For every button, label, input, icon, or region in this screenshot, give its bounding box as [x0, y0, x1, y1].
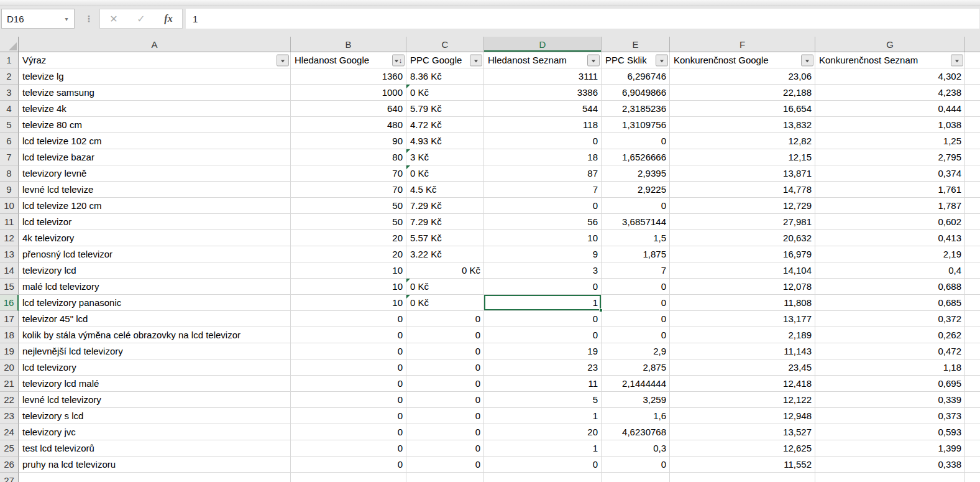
cell-G2[interactable]: 4,302 — [815, 68, 965, 85]
cell-H13[interactable] — [965, 246, 980, 262]
cell-A11[interactable]: lcd televizor — [19, 214, 291, 230]
cell-B5[interactable]: 480 — [291, 117, 406, 133]
row-header-20[interactable]: 20 — [0, 359, 19, 376]
cell-D15[interactable]: 0 — [484, 279, 602, 295]
cell-B26[interactable]: 0 — [291, 457, 406, 473]
column-header-D[interactable]: D — [484, 37, 602, 52]
cell-E7[interactable]: 1,6526666 — [602, 149, 670, 165]
select-all-button[interactable] — [0, 37, 19, 52]
cell-A23[interactable]: televizory s lcd — [19, 408, 291, 424]
cell-G12[interactable]: 0,413 — [815, 230, 965, 246]
cell-E3[interactable]: 6,9049866 — [602, 85, 670, 101]
cell-A22[interactable]: levné lcd televizory — [19, 392, 291, 408]
cell-D2[interactable]: 3111 — [484, 68, 602, 85]
cell-G10[interactable]: 1,787 — [815, 198, 965, 214]
cell-G9[interactable]: 1,761 — [815, 182, 965, 198]
row-header-18[interactable]: 18 — [0, 327, 19, 343]
cell-B12[interactable]: 20 — [291, 230, 406, 246]
column-header-B[interactable]: B — [291, 37, 406, 52]
cell-E27[interactable] — [602, 473, 670, 482]
cell-A20[interactable]: lcd televizory — [19, 359, 291, 376]
cell-B4[interactable]: 640 — [291, 101, 406, 117]
cell-E2[interactable]: 6,296746 — [602, 68, 670, 85]
row-header-27[interactable]: 27 — [0, 473, 19, 482]
cell-B18[interactable]: 0 — [291, 327, 406, 343]
cancel-icon[interactable]: ✕ — [109, 13, 117, 25]
cell-A10[interactable]: lcd televize 120 cm — [19, 198, 291, 214]
cell-B8[interactable]: 70 — [291, 165, 406, 182]
cell-G26[interactable]: 0,338 — [815, 457, 965, 473]
header-cell-B1[interactable]: Hledanost Google↓ — [291, 52, 406, 68]
cell-G15[interactable]: 0,688 — [815, 279, 965, 295]
cell-D20[interactable]: 23 — [484, 359, 602, 376]
cell-F27[interactable] — [670, 473, 815, 482]
cell-E9[interactable]: 2,9225 — [602, 182, 670, 198]
cell-E20[interactable]: 2,875 — [602, 359, 670, 376]
cell-E4[interactable]: 2,3185236 — [602, 101, 670, 117]
cell-C13[interactable]: 3.22 Kč — [406, 246, 484, 262]
cell-C27[interactable] — [406, 473, 484, 482]
cell-D21[interactable]: 11 — [484, 376, 602, 392]
cell-D26[interactable]: 0 — [484, 457, 602, 473]
cell-H3[interactable] — [965, 85, 980, 101]
cell-A26[interactable]: pruhy na lcd televizoru — [19, 457, 291, 473]
cell-G17[interactable]: 0,372 — [815, 311, 965, 327]
cell-B21[interactable]: 0 — [291, 376, 406, 392]
cell-G18[interactable]: 0,262 — [815, 327, 965, 343]
cell-B23[interactable]: 0 — [291, 408, 406, 424]
cell-H1[interactable] — [965, 52, 980, 68]
row-header-22[interactable]: 22 — [0, 392, 19, 408]
cell-D5[interactable]: 118 — [484, 117, 602, 133]
cell-D18[interactable]: 0 — [484, 327, 602, 343]
cell-C11[interactable]: 7.29 Kč — [406, 214, 484, 230]
cell-C8[interactable]: 0 Kč — [406, 165, 484, 182]
cell-B25[interactable]: 0 — [291, 440, 406, 457]
cell-H20[interactable] — [965, 359, 980, 376]
row-header-21[interactable]: 21 — [0, 376, 19, 392]
cell-A17[interactable]: televizor 45" lcd — [19, 311, 291, 327]
filter-button-E[interactable] — [656, 54, 668, 66]
cell-F20[interactable]: 23,45 — [670, 359, 815, 376]
cell-E16[interactable]: 0 — [602, 295, 670, 311]
cell-G25[interactable]: 1,399 — [815, 440, 965, 457]
cell-D12[interactable]: 10 — [484, 230, 602, 246]
cell-D19[interactable]: 19 — [484, 343, 602, 359]
cell-C10[interactable]: 7.29 Kč — [406, 198, 484, 214]
cell-G24[interactable]: 0,593 — [815, 424, 965, 440]
row-header-9[interactable]: 9 — [0, 182, 19, 198]
cell-H14[interactable] — [965, 262, 980, 279]
header-cell-E1[interactable]: PPC Sklik — [602, 52, 670, 68]
cell-F6[interactable]: 12,82 — [670, 133, 815, 149]
cell-G7[interactable]: 2,795 — [815, 149, 965, 165]
cell-A25[interactable]: test lcd televizorů — [19, 440, 291, 457]
cell-F25[interactable]: 12,625 — [670, 440, 815, 457]
row-header-8[interactable]: 8 — [0, 165, 19, 182]
cell-E25[interactable]: 0,3 — [602, 440, 670, 457]
cell-G27[interactable] — [815, 473, 965, 482]
cell-F26[interactable]: 11,552 — [670, 457, 815, 473]
cell-E8[interactable]: 2,9395 — [602, 165, 670, 182]
row-header-19[interactable]: 19 — [0, 343, 19, 359]
cell-C23[interactable]: 0 — [406, 408, 484, 424]
cell-B2[interactable]: 1360 — [291, 68, 406, 85]
cell-B10[interactable]: 50 — [291, 198, 406, 214]
cell-D9[interactable]: 7 — [484, 182, 602, 198]
cell-H12[interactable] — [965, 230, 980, 246]
filter-button-A[interactable] — [277, 54, 289, 66]
cell-D8[interactable]: 87 — [484, 165, 602, 182]
cell-E24[interactable]: 4,6230768 — [602, 424, 670, 440]
cell-C25[interactable]: 0 — [406, 440, 484, 457]
cell-H7[interactable] — [965, 149, 980, 165]
cell-A27[interactable] — [19, 473, 291, 482]
cell-C24[interactable]: 0 — [406, 424, 484, 440]
header-cell-C1[interactable]: PPC Google — [406, 52, 484, 68]
cell-G13[interactable]: 2,19 — [815, 246, 965, 262]
filter-button-G[interactable] — [951, 54, 963, 66]
row-header-23[interactable]: 23 — [0, 408, 19, 424]
header-cell-F1[interactable]: Konkurenčnost Google — [670, 52, 815, 68]
cell-H19[interactable] — [965, 343, 980, 359]
cell-E18[interactable]: 0 — [602, 327, 670, 343]
cell-B19[interactable]: 0 — [291, 343, 406, 359]
cell-E5[interactable]: 1,3109756 — [602, 117, 670, 133]
cell-B20[interactable]: 0 — [291, 359, 406, 376]
